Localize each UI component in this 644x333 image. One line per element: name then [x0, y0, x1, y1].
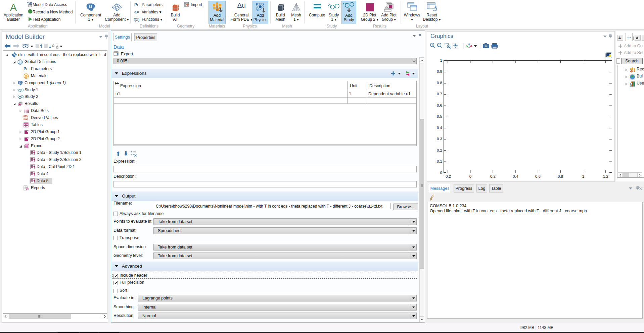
svg-text:A: A — [10, 2, 17, 12]
svg-text:Ω: Ω — [19, 81, 21, 84]
svg-text:Ω: Ω — [89, 4, 92, 9]
